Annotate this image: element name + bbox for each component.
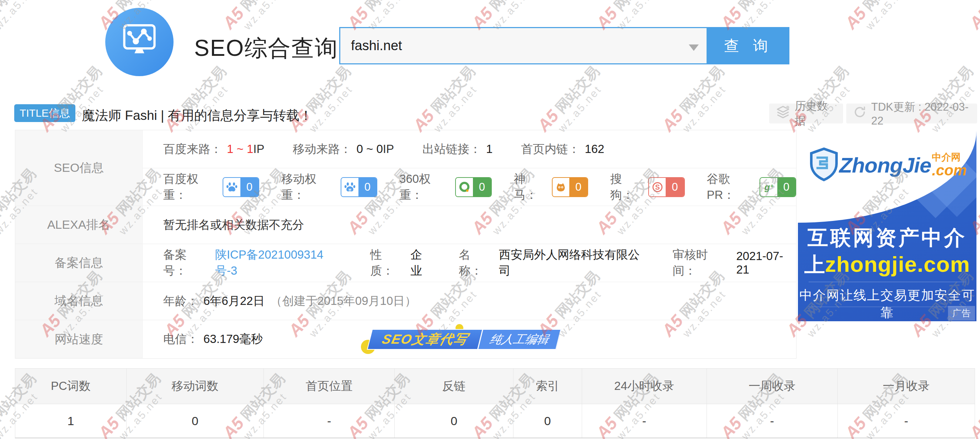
svg-text:M: M xyxy=(348,187,351,191)
shenma-owl-icon xyxy=(553,178,570,196)
header-homepage-position: 首页位置 xyxy=(264,369,395,404)
site-title-text: 魔法师 Fashi | 有用的信息分享与转载！ xyxy=(82,107,313,125)
row-label-seo-info: SEO信息 xyxy=(15,130,143,206)
outbound-links-value: 1 xyxy=(486,142,493,156)
homepage-inner-links-value: 162 xyxy=(585,142,604,156)
baidu-mobile-paw-icon: M xyxy=(341,178,358,196)
shenma-weight-value: 0 xyxy=(569,178,587,196)
ad-headline: 互联网资产中介 xyxy=(798,224,977,252)
360-weight-value: 0 xyxy=(473,178,491,196)
outbound-links: 出站链接： 1 xyxy=(422,141,493,157)
row-label-alexa: ALEXA排名 xyxy=(15,206,143,244)
baidu-traffic: 百度来路： 1 ~ 1 IP xyxy=(163,141,264,157)
header-index: 索引 xyxy=(513,369,582,404)
shield-icon xyxy=(808,147,839,183)
layers-icon xyxy=(776,105,791,122)
speed-row: 电信： 63.179毫秒 SEO文章代写 纯人工编辑 xyxy=(143,320,796,358)
zhongjie-ad-banner[interactable]: ZhongJie 中介网 .com 互联网资产中介 上zhongjie.com … xyxy=(798,131,977,321)
sogou-weight-value: 0 xyxy=(666,178,684,196)
sogou-weight-badge[interactable]: S 0 xyxy=(648,177,685,197)
beian-name: 名称： 西安局外人网络科技有限公司 xyxy=(459,247,651,279)
stats-value-row: 1 0 - 0 0 - - - xyxy=(15,404,975,438)
beian-row: 备案号： 陕ICP备2021009314号-3 性质： 企业 名称： 西安局外人… xyxy=(143,244,796,282)
sogou-weight-label: 搜狗： xyxy=(610,171,643,203)
history-data-button[interactable]: 历史数据 xyxy=(769,104,843,123)
refresh-icon xyxy=(853,105,867,122)
domain-created-note: （创建于2015年09月10日） xyxy=(270,293,417,309)
ad-cta-line: 上zhongjie.com xyxy=(798,251,977,279)
header-pc-words: PC词数 xyxy=(15,369,127,404)
mobile-traffic-unit: IP xyxy=(383,142,394,156)
beian-audit: 审核时间： 2021-07-21 xyxy=(673,247,796,279)
row-label-speed: 网站速度 xyxy=(15,320,143,358)
value-month-collect: - xyxy=(837,404,975,438)
seo-writing-ad-banner[interactable]: SEO文章代写 纯人工编辑 xyxy=(369,329,558,350)
value-homepage-position: - xyxy=(264,404,395,438)
beian-type-value: 企业 xyxy=(410,247,434,279)
ad-corner-label: 广告 xyxy=(948,306,975,321)
seo-query-page: { "watermark": { "brand": "A5", "label":… xyxy=(0,0,980,439)
360-weight: 360权重： 0 xyxy=(399,171,492,203)
ad-cta-prefix: 上 xyxy=(804,253,825,276)
keyword-stats-table: PC词数 移动词数 首页位置 反链 索引 24小时收录 一周收录 一月收录 1 … xyxy=(15,368,975,438)
zhongjie-logo-suffix: 中介网 .com xyxy=(932,153,967,178)
baidu-weight-value: 0 xyxy=(240,178,259,196)
seo-writing-ad-right: 纯人工编辑 xyxy=(477,329,561,350)
google-pr-badge[interactable]: g + 0 xyxy=(759,177,796,197)
value-24h-collect: - xyxy=(582,404,706,438)
beian-name-label: 名称： xyxy=(459,247,494,279)
seo-info-table: SEO信息 百度来路： 1 ~ 1 IP 移动来路： 0 ~ 0 IP 出站链接… xyxy=(15,130,797,359)
shenma-weight-badge[interactable]: 0 xyxy=(552,177,589,197)
360-weight-label: 360权重： xyxy=(399,171,449,203)
icp-number-label: 备案号： xyxy=(163,247,210,279)
ad-divider-2 xyxy=(808,307,966,307)
beian-type-label: 性质： xyxy=(370,247,406,279)
shenma-weight-label: 神马： xyxy=(514,171,546,203)
google-pr: 谷歌PR： g + 0 xyxy=(707,171,796,203)
value-index: 0 xyxy=(513,404,582,438)
watermark-tile: A5网站交易wz.a5.net xyxy=(966,0,980,41)
sogou-weight: 搜狗： S 0 xyxy=(610,171,684,203)
outbound-links-label: 出站链接： xyxy=(422,141,481,157)
homepage-inner-links: 首页内链： 162 xyxy=(521,141,604,157)
mobile-weight-value: 0 xyxy=(358,178,377,196)
search-dropdown-arrow-icon[interactable] xyxy=(689,45,699,51)
domain-row: 年龄： 6年6月22日 （创建于2015年09月10日） xyxy=(143,282,796,320)
watermark-tile: A5网站交易wz.a5.net xyxy=(841,0,920,41)
360-weight-badge[interactable]: 0 xyxy=(455,177,492,197)
mobile-traffic: 移动来路： 0 ~ 0 IP xyxy=(293,141,395,157)
monitor-chart-icon xyxy=(118,20,161,64)
ad-cta-domain: zhongjie.com xyxy=(825,252,970,276)
beian-name-value: 西安局外人网络科技有限公司 xyxy=(499,247,651,279)
mobile-weight-label: 移动权重： xyxy=(281,171,335,203)
beian-audit-value: 2021-07-21 xyxy=(736,249,796,276)
svg-text:S: S xyxy=(655,183,660,191)
page-title: SEO综合查询 xyxy=(194,33,338,64)
beian-type: 性质： 企业 xyxy=(370,247,434,279)
google-pr-label: 谷歌PR： xyxy=(707,171,754,203)
stats-header-row: PC词数 移动词数 首页位置 反链 索引 24小时收录 一周收录 一月收录 xyxy=(15,369,975,404)
seo-tool-logo xyxy=(105,8,173,76)
query-button[interactable]: 查 询 xyxy=(708,27,789,64)
value-week-collect: - xyxy=(706,404,837,438)
watermark-tile: A5网站交易wz.a5.net xyxy=(0,0,48,41)
header-backlinks: 反链 xyxy=(395,369,513,404)
mobile-weight-badge[interactable]: M 0 xyxy=(340,177,377,197)
mobile-traffic-value: 0 ~ 0 xyxy=(356,142,383,156)
tdk-update-label: TDK更新 : 2022-03-22 xyxy=(871,100,971,128)
row-label-domain: 域名信息 xyxy=(15,282,143,320)
google-pr-value: 0 xyxy=(777,178,795,196)
seo-weights-row: 百度权重： 0 移动权重： xyxy=(143,168,796,206)
shenma-weight: 神马： 0 xyxy=(514,171,588,203)
row-label-beian: 备案信息 xyxy=(15,244,143,282)
tdk-update-button[interactable]: TDK更新 : 2022-03-22 xyxy=(846,104,977,123)
beian-audit-label: 审核时间： xyxy=(673,247,732,279)
baidu-weight-badge[interactable]: 0 xyxy=(223,177,259,197)
search-input[interactable] xyxy=(340,28,706,63)
alexa-row: 暂无排名或相关数据不充分 xyxy=(143,206,796,244)
icp-number-link[interactable]: 陕ICP备2021009314号-3 xyxy=(215,247,345,279)
title-info-badge: TITLE信息 xyxy=(14,104,75,122)
telecom-speed-label: 电信： xyxy=(163,331,199,347)
mobile-weight: 移动权重： M 0 xyxy=(281,171,377,203)
zhongjie-logo: ZhongJie 中介网 .com xyxy=(808,147,967,183)
